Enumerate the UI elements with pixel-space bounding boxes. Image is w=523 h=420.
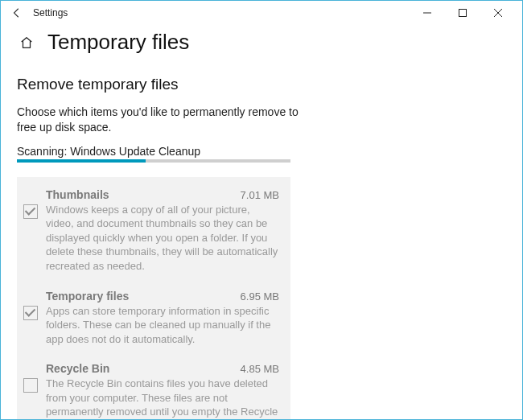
list-item[interactable]: Temporary files6.95 MBApps can store tem… — [23, 290, 279, 347]
page-header: Temporary files — [1, 25, 522, 66]
checkbox[interactable] — [23, 306, 38, 320]
content-area: Remove temporary files Choose which item… — [1, 76, 522, 420]
item-body: Thumbnails7.01 MBWindows keeps a copy of… — [46, 188, 279, 274]
item-body: Recycle Bin4.85 MBThe Recycle Bin contai… — [46, 362, 279, 420]
progress-bar — [17, 159, 290, 163]
item-head: Thumbnails7.01 MB — [46, 188, 279, 201]
list-item[interactable]: Recycle Bin4.85 MBThe Recycle Bin contai… — [23, 362, 279, 420]
close-button[interactable] — [480, 2, 516, 24]
item-desc: The Recycle Bin contains files you have … — [46, 377, 279, 420]
home-button[interactable] — [17, 33, 36, 52]
minimize-button[interactable] — [410, 2, 445, 24]
window-title: Settings — [33, 7, 68, 19]
items-panel[interactable]: Thumbnails7.01 MBWindows keeps a copy of… — [17, 177, 290, 420]
checkbox[interactable] — [23, 378, 38, 393]
item-desc: Apps can store temporary information in … — [46, 304, 279, 347]
item-size: 6.95 MB — [241, 290, 279, 303]
item-size: 4.85 MB — [241, 363, 279, 375]
scan-status: Scanning: Windows Update Cleanup — [17, 145, 506, 158]
back-button[interactable] — [7, 3, 27, 23]
progress-fill — [17, 159, 146, 163]
item-desc: Windows keeps a copy of all of your pict… — [46, 203, 279, 274]
checkbox[interactable] — [23, 204, 38, 219]
maximize-button[interactable] — [445, 2, 480, 24]
svg-rect-1 — [459, 10, 467, 17]
item-title: Temporary files — [46, 290, 129, 303]
item-head: Temporary files6.95 MB — [46, 290, 279, 303]
list-item[interactable]: Thumbnails7.01 MBWindows keeps a copy of… — [23, 188, 279, 274]
item-size: 7.01 MB — [241, 189, 279, 201]
instruction-text: Choose which items you'd like to permane… — [17, 105, 315, 135]
window-controls — [410, 2, 516, 24]
titlebar: Settings — [1, 1, 522, 25]
item-title: Recycle Bin — [46, 362, 109, 375]
section-title: Remove temporary files — [17, 76, 506, 93]
page-title: Temporary files — [47, 30, 189, 55]
item-title: Thumbnails — [46, 188, 109, 201]
item-body: Temporary files6.95 MBApps can store tem… — [46, 290, 279, 347]
item-head: Recycle Bin4.85 MB — [46, 362, 279, 375]
